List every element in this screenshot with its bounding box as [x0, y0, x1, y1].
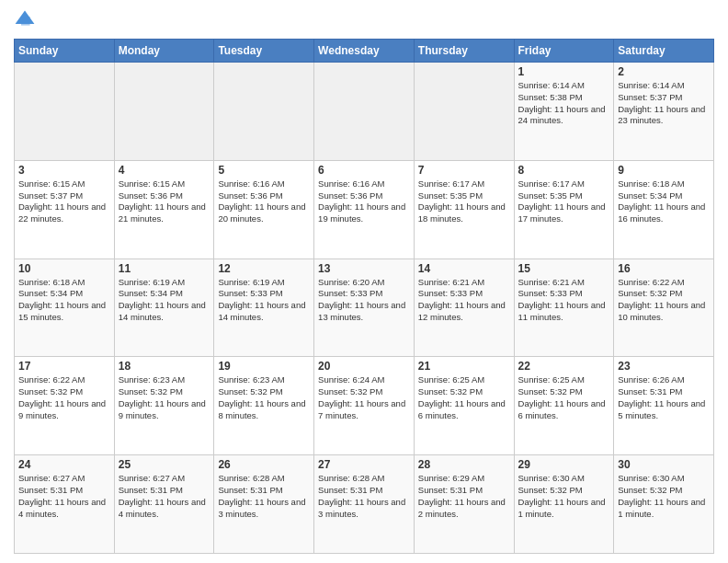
day-number: 27 — [318, 458, 410, 471]
calendar-cell: 7Sunrise: 6:17 AM Sunset: 5:35 PM Daylig… — [414, 160, 514, 259]
day-number: 21 — [418, 360, 510, 373]
day-number: 15 — [518, 262, 610, 275]
calendar-cell: 1Sunrise: 6:14 AM Sunset: 5:38 PM Daylig… — [514, 63, 614, 161]
calendar-cell: 17Sunrise: 6:22 AM Sunset: 5:32 PM Dayli… — [15, 357, 115, 455]
day-number: 13 — [318, 262, 410, 275]
svg-marker-1 — [21, 17, 30, 26]
day-info: Sunrise: 6:24 AM Sunset: 5:32 PM Dayligh… — [318, 374, 410, 421]
day-number: 8 — [518, 164, 610, 177]
day-info: Sunrise: 6:19 AM Sunset: 5:34 PM Dayligh… — [119, 277, 210, 324]
logo-icon — [14, 9, 36, 31]
day-info: Sunrise: 6:29 AM Sunset: 5:31 PM Dayligh… — [418, 473, 510, 520]
day-number: 1 — [518, 65, 610, 78]
day-number: 25 — [119, 458, 210, 471]
day-info: Sunrise: 6:23 AM Sunset: 5:32 PM Dayligh… — [218, 374, 310, 421]
weekday-header: Monday — [114, 40, 214, 63]
calendar-week-row: 10Sunrise: 6:18 AM Sunset: 5:34 PM Dayli… — [15, 259, 714, 357]
calendar-cell — [414, 63, 514, 161]
calendar-week-row: 3Sunrise: 6:15 AM Sunset: 5:37 PM Daylig… — [15, 160, 714, 259]
day-info: Sunrise: 6:27 AM Sunset: 5:31 PM Dayligh… — [119, 473, 210, 520]
day-number: 6 — [318, 164, 410, 177]
calendar-cell: 19Sunrise: 6:23 AM Sunset: 5:32 PM Dayli… — [214, 357, 314, 455]
day-number: 29 — [518, 458, 610, 471]
calendar-cell: 25Sunrise: 6:27 AM Sunset: 5:31 PM Dayli… — [114, 455, 214, 554]
calendar-header: SundayMondayTuesdayWednesdayThursdayFrid… — [15, 40, 714, 63]
calendar-cell: 12Sunrise: 6:19 AM Sunset: 5:33 PM Dayli… — [214, 259, 314, 357]
weekday-header: Sunday — [15, 40, 115, 63]
day-info: Sunrise: 6:30 AM Sunset: 5:32 PM Dayligh… — [618, 473, 710, 520]
calendar-cell: 6Sunrise: 6:16 AM Sunset: 5:36 PM Daylig… — [314, 160, 415, 259]
day-info: Sunrise: 6:25 AM Sunset: 5:32 PM Dayligh… — [518, 374, 610, 421]
day-number: 28 — [418, 458, 510, 471]
day-number: 30 — [618, 458, 710, 471]
day-number: 19 — [218, 360, 310, 373]
day-info: Sunrise: 6:30 AM Sunset: 5:32 PM Dayligh… — [518, 473, 610, 520]
day-info: Sunrise: 6:17 AM Sunset: 5:35 PM Dayligh… — [518, 178, 610, 225]
day-info: Sunrise: 6:21 AM Sunset: 5:33 PM Dayligh… — [518, 277, 610, 324]
calendar-cell: 23Sunrise: 6:26 AM Sunset: 5:31 PM Dayli… — [614, 357, 714, 455]
day-number: 14 — [418, 262, 510, 275]
calendar-cell: 18Sunrise: 6:23 AM Sunset: 5:32 PM Dayli… — [114, 357, 214, 455]
calendar-cell: 24Sunrise: 6:27 AM Sunset: 5:31 PM Dayli… — [15, 455, 115, 554]
weekday-header: Saturday — [614, 40, 714, 63]
header — [14, 9, 714, 31]
day-info: Sunrise: 6:18 AM Sunset: 5:34 PM Dayligh… — [618, 178, 710, 225]
day-number: 23 — [618, 360, 710, 373]
day-number: 12 — [218, 262, 310, 275]
day-number: 9 — [618, 164, 710, 177]
calendar-cell: 11Sunrise: 6:19 AM Sunset: 5:34 PM Dayli… — [114, 259, 214, 357]
weekday-header: Tuesday — [214, 40, 314, 63]
day-info: Sunrise: 6:27 AM Sunset: 5:31 PM Dayligh… — [18, 473, 110, 520]
day-number: 17 — [18, 360, 110, 373]
calendar-cell: 4Sunrise: 6:15 AM Sunset: 5:36 PM Daylig… — [114, 160, 214, 259]
weekday-header: Thursday — [414, 40, 514, 63]
calendar-cell: 10Sunrise: 6:18 AM Sunset: 5:34 PM Dayli… — [15, 259, 115, 357]
day-number: 2 — [618, 65, 710, 78]
calendar-cell — [15, 63, 115, 161]
day-info: Sunrise: 6:28 AM Sunset: 5:31 PM Dayligh… — [318, 473, 410, 520]
day-number: 18 — [119, 360, 210, 373]
calendar-cell: 16Sunrise: 6:22 AM Sunset: 5:32 PM Dayli… — [614, 259, 714, 357]
calendar-cell: 29Sunrise: 6:30 AM Sunset: 5:32 PM Dayli… — [514, 455, 614, 554]
calendar-cell: 30Sunrise: 6:30 AM Sunset: 5:32 PM Dayli… — [614, 455, 714, 554]
day-info: Sunrise: 6:16 AM Sunset: 5:36 PM Dayligh… — [318, 178, 410, 225]
calendar-week-row: 17Sunrise: 6:22 AM Sunset: 5:32 PM Dayli… — [15, 357, 714, 455]
calendar-cell: 2Sunrise: 6:14 AM Sunset: 5:37 PM Daylig… — [614, 63, 714, 161]
day-info: Sunrise: 6:18 AM Sunset: 5:34 PM Dayligh… — [18, 277, 110, 324]
calendar-cell: 9Sunrise: 6:18 AM Sunset: 5:34 PM Daylig… — [614, 160, 714, 259]
day-info: Sunrise: 6:16 AM Sunset: 5:36 PM Dayligh… — [218, 178, 310, 225]
day-info: Sunrise: 6:26 AM Sunset: 5:31 PM Dayligh… — [618, 374, 710, 421]
weekday-header: Friday — [514, 40, 614, 63]
calendar-cell: 21Sunrise: 6:25 AM Sunset: 5:32 PM Dayli… — [414, 357, 514, 455]
day-number: 22 — [518, 360, 610, 373]
calendar-week-row: 1Sunrise: 6:14 AM Sunset: 5:38 PM Daylig… — [15, 63, 714, 161]
day-info: Sunrise: 6:25 AM Sunset: 5:32 PM Dayligh… — [418, 374, 510, 421]
day-number: 7 — [418, 164, 510, 177]
calendar-cell — [214, 63, 314, 161]
day-number: 10 — [18, 262, 110, 275]
day-info: Sunrise: 6:23 AM Sunset: 5:32 PM Dayligh… — [119, 374, 210, 421]
day-info: Sunrise: 6:28 AM Sunset: 5:31 PM Dayligh… — [218, 473, 310, 520]
calendar-cell: 26Sunrise: 6:28 AM Sunset: 5:31 PM Dayli… — [214, 455, 314, 554]
day-number: 5 — [218, 164, 310, 177]
calendar-cell: 3Sunrise: 6:15 AM Sunset: 5:37 PM Daylig… — [15, 160, 115, 259]
day-info: Sunrise: 6:17 AM Sunset: 5:35 PM Dayligh… — [418, 178, 510, 225]
calendar-cell: 14Sunrise: 6:21 AM Sunset: 5:33 PM Dayli… — [414, 259, 514, 357]
calendar-cell: 22Sunrise: 6:25 AM Sunset: 5:32 PM Dayli… — [514, 357, 614, 455]
calendar-cell: 13Sunrise: 6:20 AM Sunset: 5:33 PM Dayli… — [314, 259, 415, 357]
weekday-header: Wednesday — [314, 40, 415, 63]
calendar-cell: 28Sunrise: 6:29 AM Sunset: 5:31 PM Dayli… — [414, 455, 514, 554]
calendar-cell: 8Sunrise: 6:17 AM Sunset: 5:35 PM Daylig… — [514, 160, 614, 259]
logo — [14, 9, 40, 31]
day-info: Sunrise: 6:22 AM Sunset: 5:32 PM Dayligh… — [18, 374, 110, 421]
day-info: Sunrise: 6:20 AM Sunset: 5:33 PM Dayligh… — [318, 277, 410, 324]
day-info: Sunrise: 6:22 AM Sunset: 5:32 PM Dayligh… — [618, 277, 710, 324]
calendar-cell — [114, 63, 214, 161]
calendar-week-row: 24Sunrise: 6:27 AM Sunset: 5:31 PM Dayli… — [15, 455, 714, 554]
day-number: 20 — [318, 360, 410, 373]
day-info: Sunrise: 6:19 AM Sunset: 5:33 PM Dayligh… — [218, 277, 310, 324]
day-info: Sunrise: 6:15 AM Sunset: 5:36 PM Dayligh… — [119, 178, 210, 225]
calendar-cell — [314, 63, 415, 161]
calendar-cell: 20Sunrise: 6:24 AM Sunset: 5:32 PM Dayli… — [314, 357, 415, 455]
calendar-cell: 15Sunrise: 6:21 AM Sunset: 5:33 PM Dayli… — [514, 259, 614, 357]
